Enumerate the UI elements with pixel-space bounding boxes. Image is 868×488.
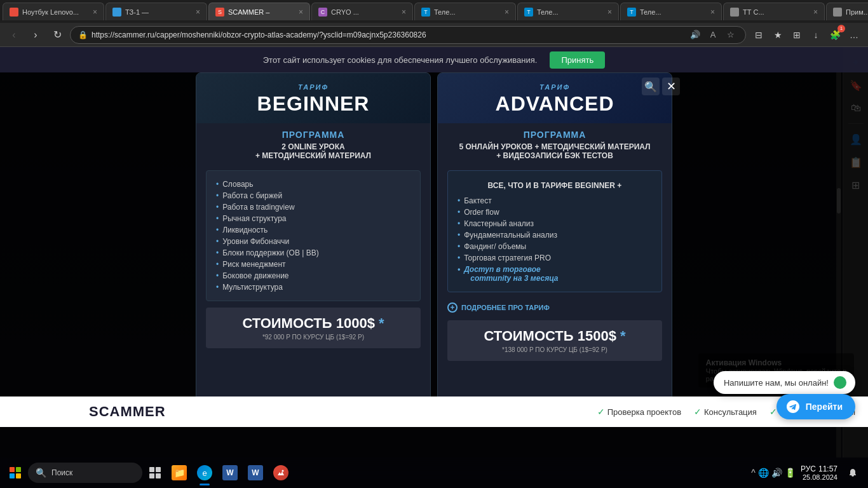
advanced-list-box: ВСЕ, ЧТО И В ТАРИФЕ BEGINNER + Бактест O… [447,170,662,292]
tab-7-close[interactable]: × [710,8,715,17]
refresh-button[interactable]: ↻ [48,26,66,44]
beginner-list-box: Словарь Работа с биржей Работа в trading… [206,170,421,301]
bookmark-icon[interactable]: ☆ [724,28,738,42]
main-content: Этот сайт использует cookies для обеспеч… [0,47,868,458]
read-aloud-icon[interactable]: 🔊 [688,28,702,42]
address-bar: ‹ › ↻ 🔒 https://scammer.ru/capper/moshen… [0,23,868,47]
browser-chrome: Ноутбук Lenovo... × ТЗ-1 — × S SCAMMER –… [0,0,868,47]
list-item: Боковое движение [216,270,410,281]
modal-close-button[interactable]: ✕ [662,78,680,95]
downloads-button[interactable]: ↓ [807,26,825,44]
tab-5-title: Теле... [434,8,501,16]
tab-6[interactable]: T Теле... × [517,3,619,20]
tray-battery-icon[interactable]: 🔋 [785,468,796,478]
check-icon-1: ✓ [597,407,605,417]
footer-bar: SCAMMER ✓ Проверка проектов ✓ Консультац… [0,396,868,427]
taskbar-app-explorer[interactable]: 📁 [168,461,191,484]
tab-4-close[interactable]: × [402,8,406,17]
split-screen-button[interactable]: ⊟ [750,26,768,44]
taskbar-app-screenshot[interactable] [269,461,292,484]
time-text: 11:57 [818,464,837,473]
telegram-icon [787,400,799,413]
clock-display[interactable]: РУС 11:57 25.08.2024 [801,464,837,481]
tray-arrow-icon[interactable]: ^ [751,468,756,478]
windows-logo-icon [10,467,21,478]
plus-icon: + [447,302,458,313]
tray-volume-icon[interactable]: 🔊 [771,468,782,478]
chat-text: Напишите нам, мы онлайн! [724,378,829,388]
svg-rect-3 [156,473,161,478]
advanced-asterisk: * [616,328,626,344]
chat-online-notification[interactable]: Напишите нам, мы онлайн! [714,371,855,394]
tab-2-close[interactable]: × [196,8,200,17]
modal-search-button[interactable]: 🔍 [642,78,660,95]
advanced-price: СТОИМОСТЬ 1500$ * [457,328,653,344]
url-bar[interactable]: 🔒 https://scammer.ru/capper/moshenniki/o… [70,26,746,44]
back-button[interactable]: ‹ [5,26,23,44]
url-text: https://scammer.ru/capper/moshenniki/obz… [92,30,684,39]
telegram-goto-button[interactable]: Перейти [776,394,855,419]
tab-8-close[interactable]: × [813,8,818,17]
footer-link-2[interactable]: ✓ Консультация [694,407,757,417]
tab-4[interactable]: C CRYO ... × [311,3,413,20]
tab-1-close[interactable]: × [93,8,97,17]
forward-button[interactable]: › [27,26,44,44]
translate-icon[interactable]: A [706,28,720,42]
tab-3-active[interactable]: S SCAMMER – × [208,3,310,20]
tab-2-icon [112,8,121,17]
edge-icon: e [197,465,212,480]
tab-7[interactable]: T Теле... × [620,3,722,20]
list-item: Order flow [458,207,652,218]
check-icon-3: ✓ [770,407,777,417]
taskbar-app-edge[interactable]: e [193,461,216,484]
tab-1[interactable]: Ноутбук Lenovo... × [3,3,104,20]
tab-8-title: ТТ С... [743,8,810,16]
list-item: Бактест [458,195,652,207]
tab-3-close[interactable]: × [299,8,303,17]
tab-9[interactable]: Прим... × [826,3,868,20]
tab-3-title: SCAMMER – [228,8,295,16]
cookie-banner: Этот сайт использует cookies для обеспеч… [0,47,868,72]
taskbar-app-word[interactable]: W [219,461,241,484]
list-item: Словарь [216,179,410,190]
taskbar-search-bar[interactable]: 🔍 Поиск [28,463,142,483]
svg-rect-2 [149,473,154,478]
tab-2[interactable]: ТЗ-1 — × [105,3,207,20]
advanced-program-label: ПРОГРАММА [438,123,672,142]
check-icon-2: ✓ [694,407,702,417]
tab-5-close[interactable]: × [505,8,509,17]
browser-settings-button[interactable]: … [845,26,863,44]
footer-link-1[interactable]: ✓ Проверка проектов [597,407,681,417]
tab-8[interactable]: ТТ С... × [723,3,825,20]
telegram-label: Перейти [806,402,843,412]
online-indicator [834,376,846,389]
tab-5[interactable]: T Теле... × [414,3,516,20]
tab-1-title: Ноутбук Lenovo... [22,8,89,16]
taskbar-right: ^ 🌐 🔊 🔋 РУС 11:57 25.08.2024 [751,463,863,483]
screenshot-icon [273,465,288,480]
word2-icon: W [248,465,263,480]
notification-count: 1 [837,25,845,32]
advanced-price-sub: *138 000 Р ПО КУРСУ ЦБ (1$=92 Р) [457,346,653,353]
start-button[interactable] [5,463,25,483]
cookie-accept-button[interactable]: Принять [550,51,605,69]
list-item-highlight: Доступ в торговое community на 3 месяца [458,264,652,284]
task-view-button[interactable] [145,463,165,483]
tab-4-icon: C [318,8,327,17]
advanced-title: ADVANCED [451,92,659,116]
more-info-button[interactable]: + ПОДРОБНЕЕ ПРО ТАРИФ [438,299,672,315]
tray-network-icon[interactable]: 🌐 [758,468,769,478]
tab-9-title: Прим... [846,8,868,16]
taskbar-search-icon: 🔍 [36,468,46,478]
taskbar-app-word2[interactable]: W [244,461,267,484]
tab-8-icon [730,8,739,17]
extensions-button[interactable]: 🧩 1 [826,26,844,44]
tab-6-close[interactable]: × [607,8,612,17]
notification-center-button[interactable] [843,463,863,483]
list-item: Блоки поддержки (ОВ | ВВ) [216,247,410,259]
list-item: Рычная структура [216,213,410,224]
collections-button[interactable]: ⊞ [788,26,806,44]
beginner-price-box: СТОИМОСТЬ 1000$ * *92 000 Р ПО КУРСУ ЦБ … [206,308,421,348]
word-icon: W [222,465,238,480]
favorites-button[interactable]: ★ [769,26,787,44]
